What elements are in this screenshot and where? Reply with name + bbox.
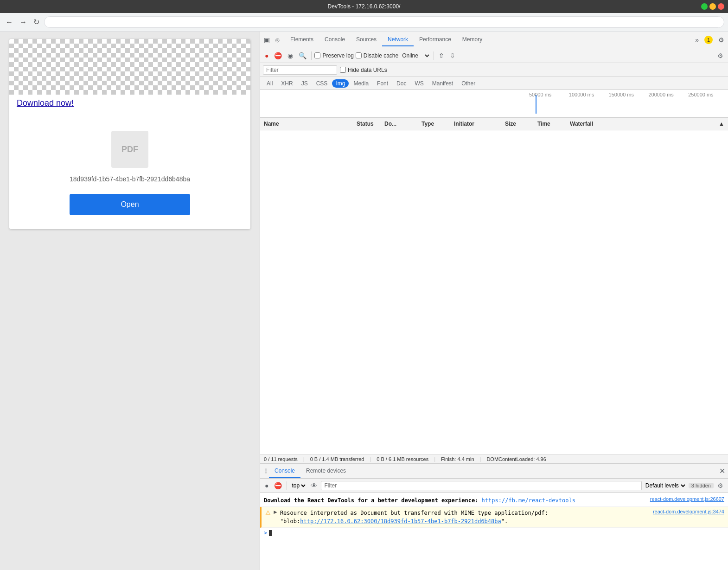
open-button[interactable]: Open bbox=[70, 194, 190, 215]
hidden-count-badge: 3 hidden bbox=[689, 483, 714, 488]
tab-sources[interactable]: Sources bbox=[351, 33, 382, 46]
webpage-content: Download now! PDF 18d939fd-1b57-4be1-b7f… bbox=[0, 32, 260, 570]
inspect-icon-btn[interactable]: ▣ bbox=[262, 35, 272, 45]
timeline-bar bbox=[536, 95, 536, 114]
network-toolbar: ● ⛔ ◉ 🔍 Preserve log Disable cache Onlin… bbox=[260, 48, 728, 63]
prompt-caret: > bbox=[264, 530, 267, 536]
type-tab-js[interactable]: JS bbox=[298, 79, 312, 88]
warning-badge: 1 bbox=[704, 36, 713, 44]
type-tab-other[interactable]: Other bbox=[458, 79, 479, 88]
type-tab-font[interactable]: Font bbox=[373, 79, 392, 88]
nav-bar: ← → ↻ 172.16.0.62:3000/ bbox=[0, 13, 728, 32]
col-size: Size bbox=[501, 120, 534, 128]
filter-btn[interactable]: ◉ bbox=[286, 51, 295, 60]
refresh-button[interactable]: ↻ bbox=[32, 17, 41, 27]
disable-cache-text: Disable cache bbox=[364, 52, 398, 59]
more-tabs-btn[interactable]: » bbox=[693, 35, 701, 45]
forward-button[interactable]: → bbox=[18, 17, 29, 27]
preserve-log-label[interactable]: Preserve log bbox=[314, 52, 353, 59]
col-time: Time bbox=[534, 120, 566, 128]
disable-cache-checkbox[interactable] bbox=[356, 52, 362, 58]
tab-memory[interactable]: Memory bbox=[457, 33, 488, 46]
prompt-cursor bbox=[269, 530, 272, 536]
address-bar[interactable]: 172.16.0.62:3000/ bbox=[44, 16, 724, 28]
type-tab-css[interactable]: CSS bbox=[313, 79, 332, 88]
network-filter-row: Hide data URLs bbox=[260, 63, 728, 77]
mobile-icon-btn[interactable]: ⎋ bbox=[274, 35, 281, 45]
maximize-btn[interactable] bbox=[701, 3, 708, 10]
network-table-header: Name Status Do... Type Initiator Size Ti… bbox=[260, 118, 728, 130]
finish-time: Finish: 4.4 min bbox=[441, 456, 474, 462]
expand-arrow[interactable]: ► bbox=[273, 509, 278, 515]
hide-data-urls-text: Hide data URLs bbox=[348, 67, 387, 73]
levels-select[interactable]: Default levels bbox=[644, 482, 687, 489]
main-area: Download now! PDF 18d939fd-1b57-4be1-b7f… bbox=[0, 32, 728, 570]
webpage-inner: Download now! PDF 18d939fd-1b57-4be1-b7f… bbox=[9, 39, 250, 229]
pdf-filename: 18d939fd-1b57-4be1-b7fb-2921dd6b48ba bbox=[70, 175, 190, 183]
close-btn[interactable] bbox=[718, 3, 724, 10]
throttle-select[interactable]: Online Fast 3G Slow 3G bbox=[400, 52, 431, 59]
console-tab-console[interactable]: Console bbox=[269, 465, 300, 478]
console-msg-text-2: Resource interpreted as Document but tra… bbox=[280, 509, 651, 525]
react-devtools-link[interactable]: https://fb.me/react-devtools bbox=[482, 497, 575, 504]
waterfall-label: Waterfall bbox=[570, 121, 593, 127]
timeline-label-250k: 250000 ms bbox=[688, 92, 728, 97]
tab-network[interactable]: Network bbox=[382, 33, 414, 46]
search-btn[interactable]: 🔍 bbox=[297, 51, 308, 60]
hide-data-urls-checkbox[interactable] bbox=[340, 67, 346, 73]
console-filter-input[interactable] bbox=[321, 481, 641, 490]
tab-performance[interactable]: Performance bbox=[414, 33, 457, 46]
devtools-icons: ▣ ⎋ bbox=[262, 35, 281, 45]
record-btn[interactable]: ● bbox=[263, 51, 270, 60]
eye-icon-btn[interactable]: 👁 bbox=[309, 481, 319, 490]
network-timeline: 50000 ms 100000 ms 150000 ms 200000 ms 2… bbox=[260, 90, 728, 118]
tab-elements[interactable]: Elements bbox=[285, 33, 319, 46]
console-close-btn[interactable]: ✕ bbox=[719, 467, 725, 475]
type-tab-img[interactable]: Img bbox=[332, 79, 349, 88]
back-button[interactable]: ← bbox=[4, 17, 15, 27]
console-header: ⁝ Console Remote devices ✕ bbox=[260, 464, 728, 479]
timeline-label-150k: 150000 ms bbox=[609, 92, 649, 97]
disable-cache-label[interactable]: Disable cache bbox=[356, 52, 398, 59]
pdf-card: PDF 18d939fd-1b57-4be1-b7fb-2921dd6b48ba… bbox=[9, 112, 250, 229]
console-clear-btn[interactable]: ⛔ bbox=[272, 481, 284, 490]
blob-url-link[interactable]: http://172.16.0.62:3000/18d939fd-1b57-4b… bbox=[300, 518, 501, 525]
hide-data-urls-label[interactable]: Hide data URLs bbox=[340, 67, 387, 73]
preserve-log-checkbox[interactable] bbox=[314, 52, 320, 58]
console-record-btn[interactable]: ● bbox=[263, 481, 270, 490]
type-tab-media[interactable]: Media bbox=[350, 79, 372, 88]
console-msg-source-2[interactable]: react-dom.development.js:3474 bbox=[653, 509, 724, 514]
toolbar-sep-2 bbox=[434, 51, 434, 60]
console-tab-remote[interactable]: Remote devices bbox=[300, 465, 351, 478]
type-tab-ws[interactable]: WS bbox=[411, 79, 427, 88]
import-har-btn[interactable]: ⇧ bbox=[437, 51, 446, 60]
console-messages: Download the React DevTools for a better… bbox=[260, 493, 728, 570]
type-tab-manifest[interactable]: Manifest bbox=[428, 79, 457, 88]
console-more-btn[interactable]: ⁝ bbox=[263, 466, 269, 476]
console-panel: ⁝ Console Remote devices ✕ ● ⛔ top 👁 bbox=[260, 463, 728, 570]
network-table[interactable]: Name Status Do... Type Initiator Size Ti… bbox=[260, 118, 728, 455]
filter-input[interactable] bbox=[263, 65, 337, 75]
console-prompt: > bbox=[260, 528, 728, 538]
settings-icon-btn[interactable]: ⚙ bbox=[716, 35, 726, 45]
export-har-btn[interactable]: ⇩ bbox=[448, 51, 457, 60]
context-select[interactable]: top bbox=[290, 482, 307, 489]
sort-icon[interactable]: ▲ bbox=[719, 121, 724, 127]
download-link[interactable]: Download now! bbox=[9, 95, 250, 112]
warning-icon: ⚠ bbox=[265, 509, 271, 516]
type-tab-xhr[interactable]: XHR bbox=[277, 79, 296, 88]
col-initiator: Initiator bbox=[450, 120, 501, 128]
minimize-btn[interactable] bbox=[709, 3, 716, 10]
type-tab-doc[interactable]: Doc bbox=[393, 79, 410, 88]
console-sep bbox=[287, 481, 287, 490]
tab-console[interactable]: Console bbox=[319, 33, 351, 46]
toolbar-sep-1 bbox=[311, 51, 312, 60]
console-settings-btn[interactable]: ⚙ bbox=[715, 481, 725, 490]
network-settings-btn[interactable]: ⚙ bbox=[715, 51, 725, 60]
col-waterfall: Waterfall ▲ bbox=[566, 120, 728, 128]
stop-recording-btn[interactable]: ⛔ bbox=[272, 51, 284, 60]
console-msg-source-1[interactable]: react-dom.development.js:26607 bbox=[650, 496, 724, 502]
console-toolbar: ● ⛔ top 👁 Default levels 3 hidden ⚙ bbox=[260, 479, 728, 493]
browser-window: DevTools - 172.16.0.62:3000/ ← → ↻ 172.1… bbox=[0, 0, 728, 570]
type-tab-all[interactable]: All bbox=[263, 79, 276, 88]
